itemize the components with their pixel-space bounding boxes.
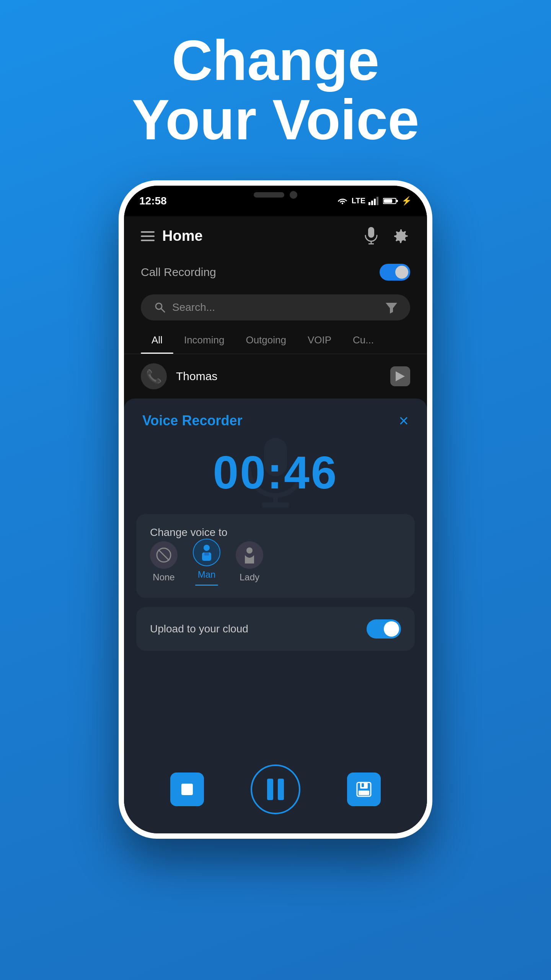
contact-name: Thomas bbox=[176, 370, 381, 383]
voice-none-icon bbox=[150, 541, 178, 569]
svg-rect-7 bbox=[368, 227, 374, 238]
voice-man-icon bbox=[193, 539, 220, 566]
svg-rect-3 bbox=[377, 197, 378, 205]
pause-button[interactable] bbox=[251, 764, 300, 814]
mic-icon bbox=[364, 227, 378, 245]
pause-bar-right bbox=[278, 779, 284, 800]
voice-change-section: Change voice to None bbox=[136, 514, 415, 598]
svg-rect-6 bbox=[396, 200, 398, 202]
hamburger-icon[interactable] bbox=[141, 231, 155, 241]
svg-marker-13 bbox=[396, 371, 405, 381]
voice-option-man[interactable]: Man bbox=[193, 539, 220, 586]
svg-point-22 bbox=[246, 547, 253, 554]
call-recording-row: Call Recording bbox=[124, 256, 427, 288]
voice-recorder-panel: Voice Recorder × 00:46 Change voice to bbox=[124, 399, 427, 833]
filter-icon[interactable] bbox=[386, 301, 397, 314]
notch-speaker bbox=[254, 192, 284, 198]
svg-point-19 bbox=[204, 545, 210, 551]
recorder-header: Voice Recorder × bbox=[124, 399, 427, 438]
stop-icon bbox=[179, 781, 195, 797]
tab-custom[interactable]: Cu... bbox=[342, 327, 385, 354]
signal-icon bbox=[368, 197, 380, 205]
svg-rect-0 bbox=[368, 202, 370, 205]
app-bar: Home bbox=[124, 216, 427, 256]
call-recording-toggle[interactable] bbox=[380, 264, 410, 281]
play-icon bbox=[396, 371, 405, 381]
search-row: Search... bbox=[124, 288, 427, 327]
pause-inner bbox=[267, 779, 284, 800]
svg-rect-2 bbox=[374, 199, 376, 205]
app-bar-left[interactable]: Home bbox=[141, 228, 203, 244]
lte-icon: LTE bbox=[352, 196, 365, 205]
svg-rect-23 bbox=[181, 784, 193, 795]
voice-none-label: None bbox=[153, 572, 174, 583]
upload-toggle[interactable] bbox=[367, 619, 401, 639]
voice-change-label: Change voice to bbox=[150, 526, 227, 538]
svg-rect-1 bbox=[371, 201, 373, 205]
mic-button[interactable] bbox=[362, 227, 380, 245]
call-recording-label: Call Recording bbox=[141, 266, 216, 279]
tab-all[interactable]: All bbox=[141, 327, 173, 354]
status-icons: LTE ⚡ bbox=[338, 196, 412, 206]
status-bar: 12:58 LTE bbox=[124, 186, 427, 216]
charging-icon: ⚡ bbox=[401, 196, 412, 206]
tab-voip[interactable]: VOIP bbox=[297, 327, 342, 354]
svg-line-18 bbox=[158, 550, 169, 560]
headline-line1: Change bbox=[132, 31, 419, 90]
save-button[interactable] bbox=[347, 773, 381, 806]
status-time: 12:58 bbox=[139, 195, 167, 207]
svg-rect-5 bbox=[384, 199, 392, 203]
gear-icon bbox=[393, 228, 409, 245]
search-box[interactable]: Search... bbox=[141, 294, 410, 320]
headline-line2: Your Voice bbox=[132, 90, 419, 149]
contact-avatar: 📞 bbox=[141, 363, 167, 389]
headline: Change Your Voice bbox=[132, 31, 419, 150]
save-icon bbox=[355, 781, 373, 798]
upload-section: Upload to your cloud bbox=[136, 607, 415, 651]
app-bar-right bbox=[362, 227, 410, 245]
pause-bar-left bbox=[267, 779, 273, 800]
voice-lady-label: Lady bbox=[240, 572, 259, 583]
svg-rect-27 bbox=[359, 791, 369, 795]
stop-button[interactable] bbox=[170, 773, 204, 806]
voice-lady-icon bbox=[236, 541, 263, 569]
recorder-title: Voice Recorder bbox=[142, 413, 242, 429]
voice-option-lady[interactable]: Lady bbox=[236, 541, 263, 583]
voice-man-underline bbox=[195, 585, 218, 586]
settings-button[interactable] bbox=[392, 227, 410, 245]
app-title: Home bbox=[162, 228, 203, 244]
svg-line-11 bbox=[161, 309, 165, 312]
contact-row: 📞 Thomas bbox=[124, 354, 427, 399]
wifi-icon bbox=[338, 197, 349, 205]
phone-shell: 12:58 LTE bbox=[119, 180, 432, 839]
svg-rect-21 bbox=[204, 552, 209, 555]
play-button[interactable] bbox=[390, 366, 410, 386]
search-icon bbox=[154, 301, 166, 314]
phone-inner: 12:58 LTE bbox=[124, 186, 427, 833]
timer-display: 00:46 bbox=[213, 446, 338, 499]
bottom-controls bbox=[124, 758, 427, 833]
search-placeholder: Search... bbox=[172, 301, 380, 314]
svg-rect-26 bbox=[362, 783, 364, 787]
svg-marker-12 bbox=[386, 303, 397, 314]
tab-outgoing[interactable]: Outgoing bbox=[235, 327, 297, 354]
tabs-row: All Incoming Outgoing VOIP Cu... bbox=[124, 327, 427, 354]
timer-area: 00:46 bbox=[124, 438, 427, 514]
close-button[interactable]: × bbox=[399, 412, 409, 429]
voice-option-none[interactable]: None bbox=[150, 541, 178, 583]
notch bbox=[222, 186, 329, 204]
tab-incoming[interactable]: Incoming bbox=[173, 327, 235, 354]
notch-camera bbox=[290, 191, 297, 199]
voice-man-label: Man bbox=[198, 569, 216, 580]
upload-label: Upload to your cloud bbox=[150, 623, 248, 635]
voice-options: None Man bbox=[150, 539, 401, 586]
battery-icon bbox=[383, 197, 398, 205]
